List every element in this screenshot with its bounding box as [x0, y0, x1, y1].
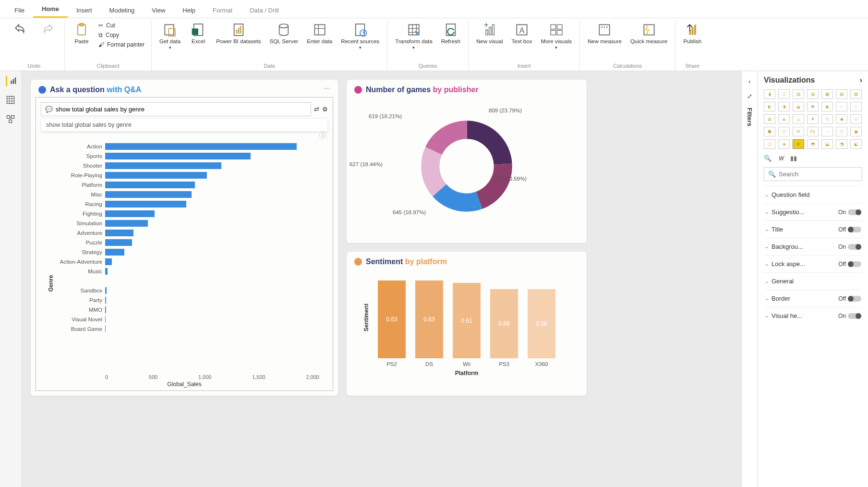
quick-measure-button[interactable]: Quick measure	[627, 21, 670, 46]
new-measure-button[interactable]: New measure	[585, 21, 625, 46]
undo-button[interactable]	[9, 21, 33, 39]
redo-button[interactable]	[36, 21, 60, 39]
viz-type-icon[interactable]: ◇	[850, 114, 862, 124]
new-visual-button[interactable]: +New visual	[473, 21, 506, 46]
viz-type-icon[interactable]: ⬓	[821, 139, 833, 149]
viz-type-icon[interactable]: ▣	[850, 127, 862, 136]
viz-type-icon[interactable]: ▥	[807, 89, 819, 99]
info-icon[interactable]: i	[319, 132, 326, 139]
qa-suggestion[interactable]: show total global sales by genre	[41, 118, 328, 132]
fields-icon[interactable]: 𝙒	[778, 155, 784, 162]
viz-type-icon[interactable]: ◉	[821, 102, 833, 111]
cut-button[interactable]: ✂Cut	[96, 21, 146, 30]
viz-type-icon[interactable]: ▮	[764, 89, 775, 99]
viz-type-icon[interactable]: ⬕	[850, 139, 862, 149]
viz-type-icon[interactable]: ▢	[764, 139, 775, 149]
viz-type-icon[interactable]: ⋯	[821, 127, 833, 136]
refresh-button[interactable]: Refresh	[438, 21, 463, 46]
format-property-row[interactable]: ⌄General	[764, 272, 862, 290]
search-icon[interactable]: 🔍	[764, 155, 772, 162]
viz-type-icon[interactable]: ⬢	[764, 127, 775, 136]
card-more-icon[interactable]: ⋯	[324, 85, 331, 92]
toggle-switch[interactable]: On	[838, 313, 861, 319]
toggle-switch[interactable]: On	[838, 209, 861, 216]
sentiment-card[interactable]: Sentiment by platform Sentiment 0.63PS20…	[347, 252, 587, 396]
copy-button[interactable]: ⧉Copy	[96, 31, 146, 39]
viz-type-icon[interactable]: ▽	[821, 114, 833, 124]
viz-type-icon[interactable]: Py	[807, 127, 819, 136]
data-view-icon[interactable]	[6, 95, 16, 106]
viz-type-icon[interactable]: ⬡	[778, 127, 790, 136]
text-box-button[interactable]: AText box	[509, 21, 535, 46]
gear-icon[interactable]: ⚙	[322, 106, 328, 113]
viz-type-icon[interactable]: ◌	[850, 102, 862, 111]
convert-icon[interactable]: ⇄	[314, 106, 319, 113]
chevron-right-icon[interactable]: ›	[860, 76, 862, 85]
report-canvas[interactable]: Ask a question with Q&A ⋯ 💬 ⇄ ⚙ show tot…	[22, 71, 741, 487]
viz-type-icon[interactable]: ▦	[821, 89, 833, 99]
get-data-button[interactable]: Get data▾	[157, 21, 183, 51]
recent-sources-button[interactable]: Recent sources▾	[338, 21, 382, 51]
viz-search[interactable]: 🔍	[764, 167, 862, 181]
tab-format[interactable]: Format	[204, 3, 241, 18]
format-property-row[interactable]: ⌄Suggestio...On	[764, 203, 862, 220]
chevron-left-icon[interactable]: ‹	[748, 78, 750, 85]
enter-data-button[interactable]: Enter data	[304, 21, 335, 46]
report-view-icon[interactable]	[6, 76, 16, 86]
format-icon[interactable]: ▮▮	[790, 155, 797, 162]
viz-type-icon[interactable]: △	[793, 114, 804, 124]
toggle-switch[interactable]: On	[838, 244, 861, 250]
toggle-switch[interactable]: Off	[838, 226, 861, 233]
tab-help[interactable]: Help	[174, 3, 204, 18]
viz-type-icon[interactable]: ◆	[836, 114, 847, 124]
tab-view[interactable]: View	[143, 3, 174, 18]
viz-type-icon[interactable]: ○	[836, 102, 847, 111]
tab-modeling[interactable]: Modeling	[101, 3, 144, 18]
excel-button[interactable]: Excel	[186, 21, 210, 46]
viz-type-icon[interactable]: ⬔	[836, 139, 847, 149]
format-painter-button[interactable]: 🖌Format painter	[96, 40, 146, 49]
qa-visual[interactable]: Ask a question with Q&A ⋯ 💬 ⇄ ⚙ show tot…	[31, 80, 338, 396]
format-property-row[interactable]: ⌄Visual he...On	[764, 307, 862, 324]
tab-file[interactable]: File	[6, 3, 33, 18]
viz-type-icon[interactable]: □	[836, 127, 847, 136]
tab-data-drill[interactable]: Data / Drill	[241, 3, 288, 18]
format-property-row[interactable]: ⌄Backgrou...On	[764, 238, 862, 255]
viz-type-icon[interactable]: ▯	[778, 89, 790, 99]
paste-button[interactable]: Paste	[70, 21, 94, 46]
viz-type-icon[interactable]: ▤	[793, 89, 804, 99]
viz-type-icon[interactable]: ◊	[793, 139, 804, 149]
publish-button[interactable]: Publish	[680, 21, 704, 46]
viz-type-icon[interactable]: ▼	[807, 114, 819, 124]
transform-data-button[interactable]: Transform data▾	[392, 21, 435, 51]
tab-insert[interactable]: Insert	[68, 3, 101, 18]
expand-icon[interactable]: ⤢	[747, 93, 752, 100]
format-property-row[interactable]: ⌄TitleOff	[764, 220, 862, 238]
viz-type-icon[interactable]: ▧	[836, 89, 847, 99]
toggle-switch[interactable]: Off	[838, 295, 861, 302]
publisher-donut-card[interactable]: Number of games by publisher 809 (23.79%…	[347, 80, 587, 243]
viz-type-icon[interactable]: ◐	[764, 102, 775, 111]
pbi-datasets-button[interactable]: Power BI datasets	[213, 21, 264, 46]
qa-input-box[interactable]: 💬	[41, 102, 311, 116]
format-property-row[interactable]: ⌄BorderOff	[764, 290, 862, 307]
viz-type-icon[interactable]: ⬒	[807, 139, 819, 149]
viz-type-icon[interactable]: ◈	[778, 139, 790, 149]
viz-search-input[interactable]	[779, 170, 859, 178]
format-property-row[interactable]: ⌄Question field	[764, 186, 862, 203]
viz-type-icon[interactable]: ◑	[778, 102, 790, 111]
format-property-row[interactable]: ⌄Lock aspe...Off	[764, 255, 862, 272]
viz-type-icon[interactable]: R	[793, 127, 804, 136]
viz-type-icon[interactable]: ◓	[807, 102, 819, 111]
toggle-switch[interactable]: Off	[838, 261, 861, 268]
viz-type-icon[interactable]: ◍	[764, 114, 775, 124]
qa-input[interactable]	[56, 106, 307, 113]
filters-pane-collapsed[interactable]: ‹ ⤢ Filters	[741, 71, 758, 487]
sql-server-button[interactable]: SQL Server	[266, 21, 301, 46]
viz-type-icon[interactable]: ◒	[793, 102, 804, 111]
tab-home[interactable]: Home	[33, 1, 68, 18]
more-visuals-button[interactable]: More visuals▾	[538, 21, 575, 51]
viz-type-icon[interactable]: ▨	[850, 89, 862, 99]
viz-type-icon[interactable]: ▲	[778, 114, 790, 124]
model-view-icon[interactable]	[6, 114, 16, 125]
